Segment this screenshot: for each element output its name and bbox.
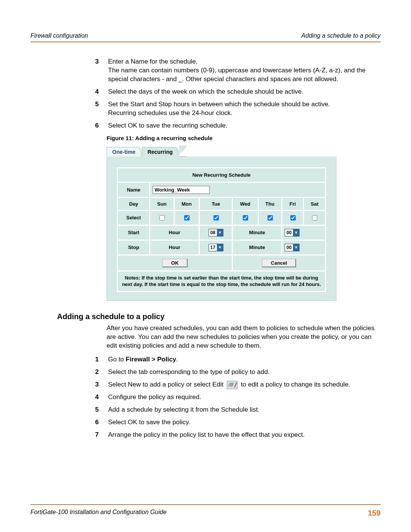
section-intro: After you have created schedules, you ca… bbox=[107, 324, 377, 350]
step-body: Configure the policy as required. bbox=[108, 393, 201, 402]
nav-path: Firewall > Policy bbox=[126, 356, 176, 363]
steps-list-b: 1Go to Firewall > Policy.2Select the tab… bbox=[95, 355, 377, 439]
step-number: 5 bbox=[95, 100, 101, 118]
step-number: 5 bbox=[95, 406, 101, 414]
page-number: 159 bbox=[368, 509, 381, 518]
start-hour-dropdown[interactable]: 08 ▼ bbox=[209, 229, 223, 236]
day-header: Tue bbox=[199, 197, 233, 210]
step-subtext: Recurring schedules use the 24-hour cloc… bbox=[108, 109, 330, 118]
step-item: 4Select the days of the week on which th… bbox=[95, 88, 377, 96]
step-text: Set the Start and Stop hours in between … bbox=[108, 100, 330, 109]
day-header: Thu bbox=[258, 197, 282, 210]
start-minute-value: 00 bbox=[285, 230, 293, 235]
day-header: Sat bbox=[304, 197, 326, 210]
step-body: Select New to add a policy or select Edi… bbox=[108, 380, 350, 389]
step-item: 4Configure the policy as required. bbox=[95, 393, 377, 402]
steps-list-a: 3Enter a Name for the schedule.The name … bbox=[95, 58, 377, 130]
start-hour-label: Hour bbox=[150, 225, 199, 240]
day-label: Day bbox=[118, 197, 150, 210]
day-header: Wed bbox=[233, 197, 258, 210]
figure-caption: Figure 11: Adding a recurring schedule bbox=[107, 135, 381, 141]
step-text: Enter a Name for the schedule. bbox=[108, 58, 377, 66]
day-header: Mon bbox=[174, 197, 199, 210]
stop-label: Stop bbox=[118, 240, 150, 255]
chevron-down-icon: ▼ bbox=[217, 229, 223, 236]
step-item: 3Select New to add a policy or select Ed… bbox=[95, 380, 377, 389]
tab-slope bbox=[179, 145, 187, 157]
schedule-panel: New Recurring Schedule Name Day SunMonTu… bbox=[107, 157, 336, 301]
stop-hour-value: 17 bbox=[209, 245, 217, 250]
day-checkbox-tue[interactable] bbox=[213, 215, 219, 220]
footer-title: FortiGate-100 Installation and Configura… bbox=[30, 509, 167, 518]
step-text: Select the days of the week on which the… bbox=[108, 88, 303, 96]
step-number: 6 bbox=[95, 418, 101, 427]
edit-icon bbox=[227, 381, 237, 389]
step-text: Select OK to save the recurring schedule… bbox=[108, 121, 228, 130]
step-body: Arrange the policy in the policy list to… bbox=[108, 431, 305, 439]
top-rule bbox=[30, 42, 381, 42]
stop-hour-label: Hour bbox=[150, 240, 199, 255]
select-label: Select bbox=[118, 210, 150, 225]
step-item: 5Add a schedule by selecting it from the… bbox=[95, 406, 377, 414]
cancel-button[interactable]: Cancel bbox=[262, 259, 296, 267]
step-subtext: The name can contain numbers (0-9), uppe… bbox=[108, 66, 377, 84]
step-item: 2Select the tab corresponding to the typ… bbox=[95, 368, 377, 377]
step-number: 6 bbox=[95, 121, 101, 130]
step-body: Select the tab corresponding to the type… bbox=[108, 368, 269, 377]
stop-minute-value: 00 bbox=[285, 245, 293, 250]
ok-button[interactable]: OK bbox=[162, 259, 188, 267]
step-item: 7Arrange the policy in the policy list t… bbox=[95, 431, 377, 439]
header-left: Firewall configuration bbox=[30, 32, 88, 39]
start-minute-dropdown[interactable]: 00 ▼ bbox=[285, 229, 299, 236]
step-item: 6Select OK to save the recurring schedul… bbox=[95, 121, 377, 130]
step-number: 4 bbox=[95, 393, 101, 402]
stop-hour-dropdown[interactable]: 17 ▼ bbox=[209, 244, 223, 251]
step-body: Enter a Name for the schedule.The name c… bbox=[108, 58, 377, 84]
step-number: 3 bbox=[95, 58, 101, 84]
day-checkbox-sun[interactable] bbox=[159, 215, 165, 220]
day-checkbox-wed[interactable] bbox=[243, 215, 248, 220]
step-number: 7 bbox=[95, 431, 101, 439]
step-number: 3 bbox=[95, 380, 101, 389]
step-item: 6Select OK to save the policy. bbox=[95, 418, 377, 427]
day-checkbox-thu[interactable] bbox=[268, 215, 273, 220]
day-header: Sun bbox=[150, 197, 174, 210]
stop-minute-dropdown[interactable]: 00 ▼ bbox=[285, 244, 299, 251]
chevron-down-icon: ▼ bbox=[293, 244, 299, 251]
step-item: 1Go to Firewall > Policy. bbox=[95, 355, 377, 364]
start-hour-value: 08 bbox=[209, 230, 217, 235]
step-body: Select the days of the week on which the… bbox=[108, 88, 303, 96]
step-item: 3Enter a Name for the schedule.The name … bbox=[95, 58, 377, 84]
day-checkbox-fri[interactable] bbox=[290, 215, 296, 220]
stop-minute-label: Minute bbox=[233, 240, 282, 255]
panel-title: New Recurring Schedule bbox=[118, 168, 326, 182]
step-body: Select OK to save the policy. bbox=[108, 418, 190, 427]
day-checkbox-sat[interactable] bbox=[312, 215, 317, 220]
step-body: Set the Start and Stop hours in between … bbox=[108, 100, 330, 118]
section-heading: Adding a schedule to a policy bbox=[57, 312, 381, 321]
day-checkbox-mon[interactable] bbox=[184, 215, 190, 220]
tab-one-time[interactable]: One-time bbox=[107, 147, 141, 157]
name-input[interactable] bbox=[153, 186, 210, 194]
step-body: Select OK to save the recurring schedule… bbox=[108, 121, 228, 130]
header-right: Adding a schedule to a policy bbox=[301, 32, 381, 39]
tab-recurring[interactable]: Recurring bbox=[142, 147, 178, 157]
day-header: Fri bbox=[282, 197, 304, 210]
figure-notes: Notes: If the stop time is set earlier t… bbox=[118, 271, 326, 291]
step-body: Go to Firewall > Policy. bbox=[108, 355, 178, 364]
chevron-down-icon: ▼ bbox=[293, 229, 299, 236]
bottom-rule bbox=[30, 504, 381, 505]
start-minute-label: Minute bbox=[233, 225, 282, 240]
start-label: Start bbox=[118, 225, 150, 240]
step-number: 2 bbox=[95, 368, 101, 377]
step-item: 5Set the Start and Stop hours in between… bbox=[95, 100, 377, 118]
step-number: 1 bbox=[95, 355, 101, 364]
step-body: Add a schedule by selecting it from the … bbox=[108, 406, 260, 414]
name-label: Name bbox=[118, 182, 150, 197]
step-number: 4 bbox=[95, 88, 101, 96]
chevron-down-icon: ▼ bbox=[217, 244, 223, 251]
tab-bar: One-time Recurring bbox=[107, 145, 381, 157]
